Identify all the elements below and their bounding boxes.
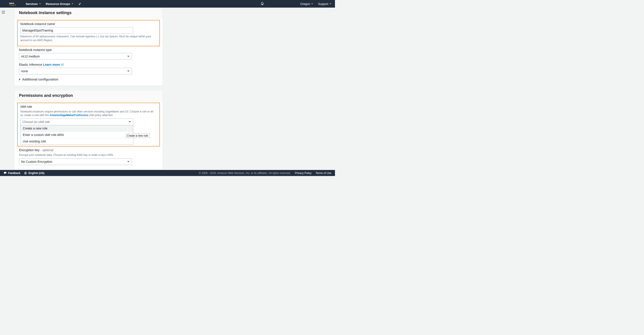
iam-option-custom-arn[interactable]: Enter a custom IAM role ARN	[20, 132, 133, 138]
enc-optional: - optional	[40, 148, 53, 152]
panel-header: Permissions and encryption	[14, 90, 162, 101]
name-hint: Maximum of 63 alphanumeric characters. C…	[20, 35, 157, 42]
caret-down-icon	[127, 70, 130, 72]
services-menu[interactable]: Services	[26, 2, 41, 6]
support-label: Support	[318, 2, 328, 6]
svg-text:aws: aws	[9, 2, 14, 4]
hamburger-menu-icon[interactable]	[2, 10, 5, 14]
support-menu[interactable]: Support	[318, 2, 332, 6]
caret-down-icon	[127, 56, 130, 57]
type-label: Notebook instance type	[19, 48, 158, 52]
instance-type-select[interactable]: ml.t2.medium	[19, 53, 132, 60]
caret-down-icon	[330, 3, 332, 4]
notebook-name-input[interactable]	[20, 27, 133, 34]
iam-option-create-new[interactable]: Create a new role	[20, 125, 133, 132]
ei-learn-more-link[interactable]: Learn more	[43, 63, 64, 66]
speech-bubble-icon	[4, 172, 7, 175]
terms-of-use-link[interactable]: Terms of Use	[316, 172, 332, 175]
copyright-text: © 2008 - 2020, Amazon Web Services, Inc.…	[199, 172, 291, 175]
enc-hint: Encrypt your notebook data. Choose an ex…	[19, 153, 158, 157]
ei-select[interactable]: none	[19, 68, 132, 74]
iam-role-select[interactable]: Choose an IAM role	[20, 118, 133, 125]
encryption-key-select[interactable]: No Custom Encryption	[19, 158, 132, 165]
caret-down-icon	[311, 3, 313, 4]
privacy-policy-link[interactable]: Privacy Policy	[295, 172, 312, 175]
iam-label: IAM role	[20, 105, 157, 108]
aws-logo[interactable]: aws	[9, 2, 19, 6]
instance-type-value: ml.t2.medium	[21, 54, 40, 58]
additional-config-toggle[interactable]: Additional configuration	[19, 78, 158, 81]
iam-policy-link[interactable]: AmazonSageMakerFullAccess	[50, 114, 88, 117]
caret-down-icon	[72, 3, 73, 4]
triangle-right-icon	[19, 78, 20, 80]
caret-down-icon	[39, 3, 41, 4]
additional-config-label: Additional configuration	[22, 78, 58, 81]
iam-tooltip: Create a new role	[125, 134, 150, 138]
top-navigation: aws Services Resource Groups Oregon Supp…	[0, 0, 335, 8]
iam-role-dropdown: Create a new role Enter a custom IAM rol…	[20, 125, 133, 145]
pin-icon[interactable]	[78, 2, 81, 5]
footer: Feedback English (US) © 2008 - 2020, Ama…	[0, 170, 335, 176]
iam-placeholder: Choose an IAM role	[22, 120, 50, 124]
ei-value: none	[21, 69, 28, 73]
enc-label-row: Encryption key - optional	[19, 148, 158, 152]
name-label: Notebook instance name	[20, 22, 157, 26]
iam-highlight-box: IAM role Notebook instances require perm…	[17, 103, 160, 147]
feedback-button[interactable]: Feedback	[4, 172, 20, 175]
permissions-title: Permissions and encryption	[19, 93, 158, 98]
ei-label-row: Elastic Inference Learn more	[19, 63, 158, 66]
language-selector[interactable]: English (US)	[24, 172, 44, 175]
notebook-settings-panel: Notebook instance settings Notebook inst…	[14, 8, 163, 86]
iam-hint: Notebook instances require permissions t…	[20, 110, 157, 118]
notifications-icon[interactable]	[260, 2, 264, 6]
iam-option-existing[interactable]: Use existing role	[20, 138, 133, 144]
region-menu[interactable]: Oregon	[300, 2, 313, 6]
external-link-icon	[61, 63, 64, 66]
enc-value: No Custom Encryption	[21, 160, 52, 164]
panel-header: Notebook instance settings	[14, 8, 162, 18]
resource-groups-label: Resource Groups	[46, 2, 70, 6]
name-highlight-box: Notebook instance name Maximum of 63 alp…	[17, 20, 160, 46]
caret-down-icon	[127, 161, 130, 162]
notebook-settings-title: Notebook instance settings	[19, 10, 158, 15]
region-label: Oregon	[300, 2, 310, 6]
services-label: Services	[26, 2, 38, 6]
caret-down-icon	[128, 122, 131, 122]
enc-label: Encryption key	[19, 148, 40, 152]
ei-label: Elastic Inference	[19, 63, 42, 66]
permissions-panel: Permissions and encryption IAM role Note…	[14, 90, 163, 170]
globe-icon	[24, 172, 27, 175]
resource-groups-menu[interactable]: Resource Groups	[46, 2, 73, 6]
